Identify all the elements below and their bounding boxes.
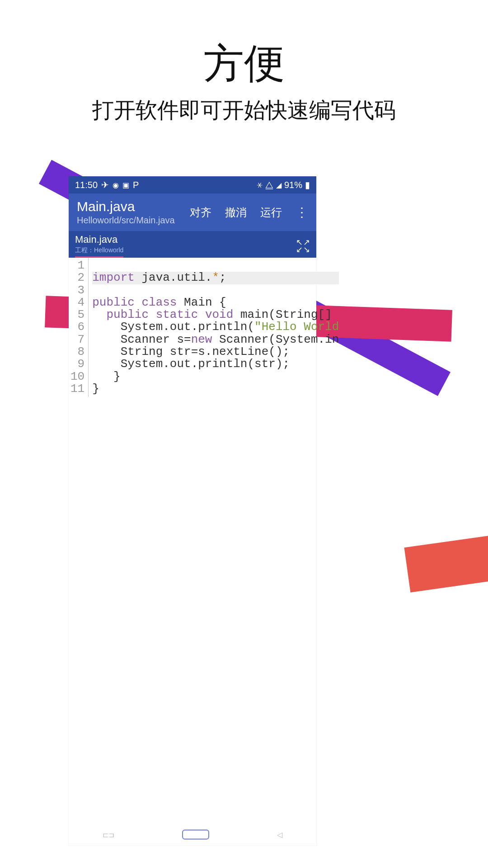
app-bar: Main.java Helloworld/src/Main.java 对齐 撤消… <box>69 193 316 231</box>
signal-icon: ◢ <box>276 181 282 189</box>
code-content[interactable]: import java.util.*; public class Main { … <box>89 258 339 397</box>
bluetooth-icon: ⚹ <box>257 181 263 189</box>
file-title: Main.java <box>77 199 181 214</box>
tab-main-java[interactable]: Main.java 工程：Helloworld <box>75 234 123 258</box>
p-icon: P <box>133 180 139 190</box>
run-button[interactable]: 运行 <box>260 205 282 220</box>
fullscreen-icon[interactable]: ↖↗↙↘ <box>296 239 310 253</box>
card-icon: ▣ <box>122 181 129 189</box>
line-number-gutter: 1 2 3 4 5 6 7 8 9 10 11 <box>69 258 89 397</box>
battery-percent: 91% <box>284 180 302 190</box>
android-status-bar: 11:50 ✈ ◉ ▣ P ⚹ ⧋ ◢ 91% ▮ <box>69 176 316 193</box>
status-time: 11:50 <box>75 180 98 190</box>
tab-label: Main.java <box>75 234 123 245</box>
tab-project: 工程：Helloworld <box>75 246 123 258</box>
file-path: Helloworld/src/Main.java <box>77 215 181 226</box>
overflow-menu-icon[interactable]: ⋮ <box>296 210 308 215</box>
heading-title: 方便 <box>0 36 488 91</box>
phone-screenshot: 11:50 ✈ ◉ ▣ P ⚹ ⧋ ◢ 91% ▮ Main.java Hell… <box>69 176 316 845</box>
android-nav-bar: ⊏⊐ ◁ <box>69 824 316 845</box>
align-button[interactable]: 对齐 <box>190 205 211 220</box>
wifi-icon: ⧋ <box>265 180 273 190</box>
battery-icon: ▮ <box>305 179 310 190</box>
code-editor[interactable]: 1 2 3 4 5 6 7 8 9 10 11 import java.util… <box>69 258 316 397</box>
nav-home-icon[interactable] <box>182 830 209 840</box>
heading-subtitle: 打开软件即可开始快速编写代码 <box>0 96 488 125</box>
telegram-icon: ✈ <box>101 179 109 190</box>
camera-icon: ◉ <box>113 181 119 189</box>
decorative-stripe-orange <box>404 529 488 593</box>
nav-back-icon[interactable]: ◁ <box>277 830 282 839</box>
undo-button[interactable]: 撤消 <box>225 205 247 220</box>
nav-recent-icon[interactable]: ⊏⊐ <box>103 830 114 839</box>
tab-bar: Main.java 工程：Helloworld ↖↗↙↘ <box>69 231 316 258</box>
promo-heading: 方便 打开软件即可开始快速编写代码 <box>0 0 488 125</box>
